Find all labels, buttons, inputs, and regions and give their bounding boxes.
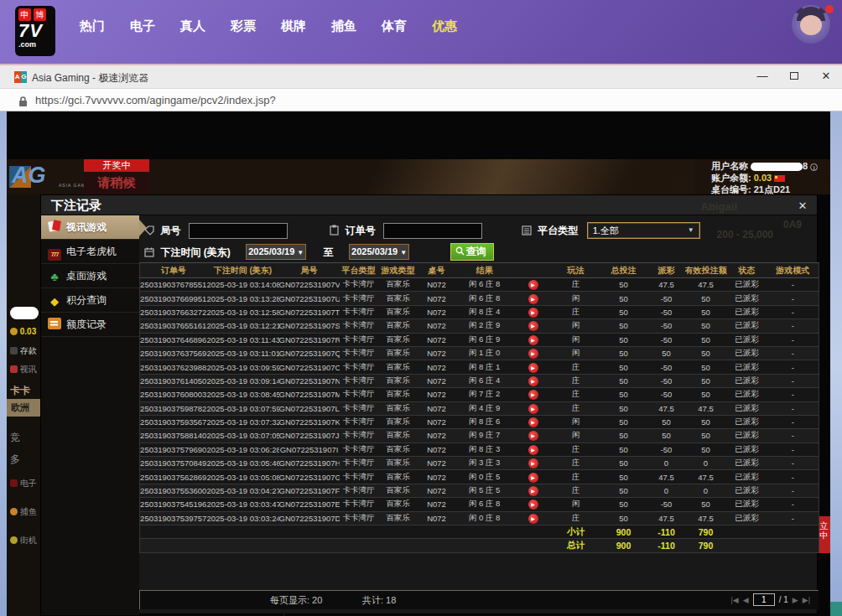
replay-icon[interactable]: ▶ bbox=[528, 404, 538, 414]
replay-icon[interactable]: ▶ bbox=[528, 349, 538, 359]
url-text[interactable]: https://gci.7vvvvvv.com/agingame/pcv2/in… bbox=[35, 94, 276, 106]
nav-item-fishing[interactable]: 捕鱼 bbox=[319, 18, 369, 34]
order-number-input[interactable] bbox=[383, 223, 482, 239]
cell-stake: 50 bbox=[600, 346, 648, 360]
platform-type-select[interactable]: 1.全部▼ bbox=[587, 222, 700, 239]
flag-icon bbox=[774, 175, 785, 182]
replay-icon[interactable]: ▶ bbox=[528, 417, 538, 427]
cell-status: 已派彩 bbox=[727, 401, 767, 415]
replay-icon[interactable]: ▶ bbox=[528, 458, 538, 468]
cell-payout: -50 bbox=[648, 292, 685, 305]
mini-deposit[interactable]: 存款 bbox=[10, 345, 37, 357]
mini-slots[interactable]: 电子 bbox=[10, 478, 37, 489]
replay-icon[interactable]: ▶ bbox=[528, 486, 538, 496]
cell-status: 已派彩 bbox=[727, 415, 767, 428]
col-table-no: 桌号 bbox=[418, 263, 455, 278]
user-avatar[interactable] bbox=[792, 5, 830, 44]
next-page-icon[interactable]: ▶ bbox=[793, 596, 798, 604]
cell-stake: 50 bbox=[600, 319, 648, 333]
cell-result: 闲 0 庄 8 bbox=[455, 511, 514, 525]
replay-icon[interactable]: ▶ bbox=[528, 390, 538, 400]
dialog-close-button[interactable]: ✕ bbox=[795, 199, 810, 214]
replay-icon[interactable]: ▶ bbox=[528, 376, 538, 386]
table-row: 2503190376375692025-03-19 03:11:01GN0722… bbox=[140, 346, 819, 360]
cell-stake: 50 bbox=[600, 388, 648, 401]
cell-stake: 50 bbox=[600, 443, 648, 456]
cell-valid: 50 bbox=[685, 305, 727, 318]
site-logo[interactable]: 申 博 7V .com bbox=[15, 6, 55, 56]
replay-icon[interactable]: ▶ bbox=[528, 308, 538, 318]
info-icon[interactable]: i bbox=[810, 163, 818, 171]
cell-order: 250319037539757 bbox=[140, 511, 207, 525]
close-window-button[interactable]: ✕ bbox=[810, 65, 842, 89]
cell-table_no: N072 bbox=[418, 333, 455, 346]
cell-time: 2025-03-19 03:04:27 bbox=[207, 484, 279, 497]
mini-balance: 0.03 bbox=[10, 327, 36, 336]
replay-icon[interactable]: ▶ bbox=[528, 363, 538, 373]
mini-kaka[interactable]: 卡卡 bbox=[10, 384, 30, 398]
cell-bet: 庄 bbox=[553, 443, 600, 456]
cell-payout: -50 bbox=[648, 319, 685, 333]
nav-item-sports[interactable]: 体育 bbox=[369, 18, 419, 34]
cell-bet: 闲 bbox=[553, 319, 600, 333]
ghost-dealer-name: Abigail bbox=[701, 200, 737, 213]
cell-game: 百家乐 bbox=[378, 333, 418, 346]
minimize-button[interactable]: — bbox=[746, 65, 778, 89]
replay-icon[interactable]: ▶ bbox=[528, 500, 538, 510]
mini-fishing[interactable]: 捕鱼 bbox=[10, 506, 37, 518]
first-page-icon[interactable]: |◀ bbox=[731, 596, 739, 604]
red-side-tab[interactable]: 立中 bbox=[818, 516, 830, 553]
mini-europe-selected[interactable]: 欧洲 bbox=[7, 399, 40, 417]
sidebar-item-slot-machine[interactable]: 777电子老虎机 bbox=[41, 240, 139, 264]
search-button[interactable]: 查询 bbox=[450, 243, 494, 261]
sidebar-item-live-games[interactable]: 视讯游戏 bbox=[41, 215, 139, 240]
browser-url-bar[interactable]: https://gci.7vvvvvv.com/agingame/pcv2/in… bbox=[0, 89, 842, 111]
date-from-picker[interactable]: 2025/03/19 ▼ bbox=[246, 244, 306, 260]
sidebar-item-table-games[interactable]: ♣桌面游戏 bbox=[41, 264, 139, 288]
nav-item-lottery[interactable]: 彩票 bbox=[218, 18, 268, 34]
last-page-icon[interactable]: ▶| bbox=[803, 596, 810, 604]
browser-title-bar: A G Asia Gaming - 极速浏览器 — ✕ bbox=[0, 65, 842, 89]
maximize-button[interactable] bbox=[778, 65, 810, 89]
replay-icon[interactable]: ▶ bbox=[528, 431, 538, 441]
cell-order: 250319037570849 bbox=[140, 457, 207, 470]
page-number-input[interactable] bbox=[753, 593, 775, 606]
mini-arcade[interactable]: 街机 bbox=[10, 535, 37, 546]
cell-round: GN0722531907Q bbox=[279, 346, 340, 360]
cell-platform: 卡卡湾厅 bbox=[340, 360, 378, 374]
nav-item-hot[interactable]: 热门 bbox=[67, 18, 117, 34]
replay-icon[interactable]: ▶ bbox=[528, 294, 538, 304]
table-row: 2503190376239882025-03-19 03:09:59GN0722… bbox=[140, 360, 819, 374]
cell-platform: 卡卡湾厅 bbox=[340, 484, 378, 497]
cell-mode: - bbox=[767, 292, 819, 305]
mini-jing[interactable]: 竞 bbox=[10, 431, 20, 445]
cell-mode: - bbox=[767, 429, 819, 443]
cell-status: 已派彩 bbox=[727, 457, 767, 470]
col-platform: 平台类型 bbox=[340, 263, 378, 278]
date-to-picker[interactable]: 2025/03/19 ▼ bbox=[349, 244, 409, 260]
cell-status: 已派彩 bbox=[727, 374, 767, 387]
replay-icon[interactable]: ▶ bbox=[528, 280, 538, 290]
replay-icon[interactable]: ▶ bbox=[528, 335, 538, 345]
cell-status: 已派彩 bbox=[727, 429, 767, 443]
cell-game: 百家乐 bbox=[378, 484, 418, 497]
nav-item-slots[interactable]: 电子 bbox=[117, 18, 168, 34]
nav-item-cards[interactable]: 棋牌 bbox=[268, 18, 319, 34]
cell-bet: 庄 bbox=[553, 278, 600, 292]
replay-icon[interactable]: ▶ bbox=[528, 514, 538, 524]
replay-icon[interactable]: ▶ bbox=[528, 445, 538, 455]
prev-page-icon[interactable]: ◀ bbox=[743, 596, 749, 604]
nav-item-live[interactable]: 真人 bbox=[168, 18, 218, 34]
gem-icon: ◆ bbox=[48, 296, 61, 308]
nav-item-promo[interactable]: 优惠 bbox=[419, 18, 470, 34]
cell-replay: ▶ bbox=[514, 388, 553, 401]
cell-game: 百家乐 bbox=[378, 278, 418, 292]
replay-icon[interactable]: ▶ bbox=[528, 473, 538, 483]
mini-video[interactable]: 视讯 bbox=[10, 364, 37, 375]
round-number-input[interactable] bbox=[189, 223, 288, 239]
mini-duo[interactable]: 多 bbox=[10, 453, 20, 467]
order-number-label: 订单号 bbox=[346, 225, 376, 236]
replay-icon[interactable]: ▶ bbox=[528, 321, 538, 331]
sidebar-item-quota-records[interactable]: 额度记录 bbox=[41, 313, 139, 337]
sidebar-item-points-query[interactable]: ◆积分查询 bbox=[41, 288, 139, 313]
